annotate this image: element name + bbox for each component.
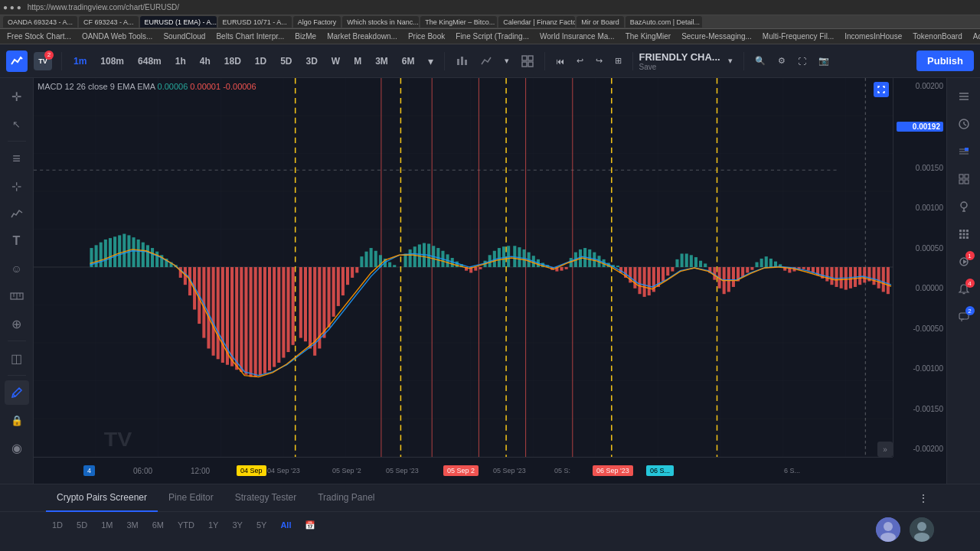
text-tool[interactable]: T bbox=[5, 229, 29, 253]
timeframe-5d[interactable]: 5D bbox=[275, 53, 297, 70]
price-alert-panel[interactable] bbox=[952, 139, 976, 164]
layout-icon[interactable] bbox=[517, 52, 538, 70]
undo-icon[interactable]: ↩ bbox=[572, 53, 588, 69]
bookmark-2[interactable]: OANDA Web Tools... bbox=[80, 32, 155, 41]
bookmark-13[interactable]: IncomesInHouse bbox=[842, 32, 904, 41]
layout-panel[interactable] bbox=[952, 167, 976, 191]
notifications-panel[interactable]: 4 bbox=[952, 277, 976, 302]
tab-trading-panel[interactable]: Trading Panel bbox=[307, 484, 385, 512]
save-label[interactable]: Save bbox=[639, 63, 657, 71]
measure-tool[interactable]: ⊹ bbox=[5, 174, 29, 198]
calendar-button[interactable]: 📅 bbox=[299, 518, 322, 533]
tab-strategy-tester[interactable]: Strategy Tester bbox=[224, 484, 307, 512]
timeframe-4h[interactable]: 4h bbox=[194, 53, 216, 70]
bookmark-7[interactable]: Price Book bbox=[406, 32, 447, 41]
browser-tab-6[interactable]: Which stocks in Nanc... bbox=[342, 16, 419, 28]
range-3y[interactable]: 3Y bbox=[226, 518, 248, 532]
watchlist-panel[interactable] bbox=[952, 84, 976, 109]
ideas-panel[interactable] bbox=[952, 194, 976, 219]
svg-rect-3 bbox=[522, 56, 527, 60]
fullscreen-layout-icon[interactable]: ⊞ bbox=[610, 53, 626, 69]
watchlist-tool[interactable]: ◫ bbox=[5, 346, 29, 370]
browser-tab-2[interactable]: CF 693243 - A... bbox=[79, 16, 139, 28]
browser-tab-7[interactable]: The KingMier – Bitco... bbox=[420, 16, 497, 28]
eye-tool[interactable]: ◉ bbox=[5, 435, 29, 460]
compare-icon[interactable] bbox=[475, 52, 497, 70]
tab-crypto-screener[interactable]: Crypto Pairs Screener bbox=[46, 484, 158, 512]
bookmark-8[interactable]: Fine Script (Trading... bbox=[453, 32, 531, 41]
keypad-panel[interactable] bbox=[952, 222, 976, 246]
chart-title-dropdown[interactable]: ▾ bbox=[724, 53, 737, 69]
replay-icon[interactable]: ⏮ bbox=[551, 54, 569, 69]
bar-chart-icon[interactable] bbox=[451, 52, 472, 70]
range-1m[interactable]: 1M bbox=[95, 518, 119, 532]
chart-canvas[interactable]: TV bbox=[34, 78, 893, 457]
range-1y[interactable]: 1Y bbox=[202, 518, 224, 532]
crosshair-tool[interactable]: ✛ bbox=[5, 84, 29, 109]
range-5y[interactable]: 5Y bbox=[250, 518, 273, 532]
chat-panel[interactable]: 2 bbox=[952, 305, 976, 329]
bookmark-12[interactable]: Multi-Frequency Fil... bbox=[760, 32, 836, 41]
indicators-tool[interactable] bbox=[5, 201, 29, 226]
browser-tab-10[interactable]: BazAuto.com | Detail... bbox=[626, 16, 702, 28]
bookmark-1[interactable]: Free Stock Chart... bbox=[5, 32, 74, 41]
bookmark-9[interactable]: World Insurance Ma... bbox=[537, 32, 617, 41]
timeframe-dropdown[interactable]: ▾ bbox=[423, 52, 438, 70]
bookmark-4[interactable]: Belts Chart Interpr... bbox=[214, 32, 286, 41]
ruler-tool[interactable] bbox=[5, 284, 29, 308]
range-all[interactable]: All bbox=[274, 518, 297, 532]
browser-tab-8[interactable]: Calendar | Finanz Facto... bbox=[498, 16, 575, 28]
bookmark-6[interactable]: Market Breakdown... bbox=[325, 32, 400, 41]
tradingview-logo[interactable] bbox=[6, 51, 28, 72]
bookmark-14[interactable]: TokenonBoard bbox=[910, 32, 965, 41]
timeframe-648m[interactable]: 648m bbox=[132, 53, 167, 70]
drawing-menu-tool[interactable]: ≡ bbox=[5, 146, 29, 171]
range-ytd[interactable]: YTD bbox=[172, 518, 201, 532]
timeframe-1h[interactable]: 1h bbox=[170, 53, 191, 70]
user-avatar-1[interactable] bbox=[876, 517, 900, 542]
search-icon[interactable]: 🔍 bbox=[750, 53, 770, 69]
timeframe-3d[interactable]: 3D bbox=[300, 53, 322, 70]
tab-pine-editor[interactable]: Pine Editor bbox=[158, 484, 224, 512]
bookmark-11[interactable]: Secure-Messaging... bbox=[679, 32, 754, 41]
lock-tool[interactable]: 🔒 bbox=[5, 408, 29, 432]
timeframe-1d[interactable]: 1D bbox=[250, 53, 272, 70]
camera-icon[interactable]: 📷 bbox=[814, 53, 834, 69]
browser-tab-3[interactable]: EURUSD (1 EMA) - A... bbox=[140, 16, 217, 28]
bookmark-3[interactable]: SoundCloud bbox=[161, 32, 207, 41]
drawing-active-tool[interactable] bbox=[5, 380, 29, 405]
redo-icon[interactable]: ↪ bbox=[591, 53, 607, 69]
timeframe-w[interactable]: W bbox=[326, 53, 345, 70]
timeframe-18d[interactable]: 18D bbox=[219, 53, 247, 70]
timeframe-6m[interactable]: 6M bbox=[397, 53, 420, 70]
more-options[interactable]: ⋮ bbox=[919, 493, 934, 504]
range-6m[interactable]: 6M bbox=[146, 518, 170, 532]
browser-tab-5[interactable]: Algo Factory bbox=[293, 16, 341, 28]
measure-range-tool[interactable]: ⊕ bbox=[5, 311, 29, 336]
emoji-tool[interactable]: ☺ bbox=[5, 256, 29, 281]
cursor-tool[interactable]: ↖ bbox=[5, 112, 29, 136]
timeframe-3m[interactable]: 3M bbox=[370, 53, 394, 70]
fullscreen-icon[interactable]: ⛶ bbox=[793, 54, 811, 69]
stream-panel[interactable]: 1 bbox=[952, 249, 976, 274]
timeframe-m[interactable]: M bbox=[348, 53, 367, 70]
browser-tab-4[interactable]: EURUSD 10/71 - A... bbox=[218, 16, 292, 28]
range-3m[interactable]: 3M bbox=[120, 518, 144, 532]
clock-panel[interactable] bbox=[952, 112, 976, 136]
publish-button[interactable]: Publish bbox=[916, 51, 974, 71]
chart-area[interactable]: MACD 12 26 close 9 EMA EMA 0.00006 0.000… bbox=[34, 78, 946, 484]
bookmark-10[interactable]: The KingMier bbox=[623, 32, 673, 41]
bookmark-15[interactable]: Addium (Begged C... bbox=[971, 32, 980, 41]
range-5d[interactable]: 5D bbox=[70, 518, 93, 532]
browser-tab-1[interactable]: OANDA 693243 - A... bbox=[3, 16, 77, 28]
browser-tab-9[interactable]: Mir or Board bbox=[577, 16, 624, 28]
bookmark-5[interactable]: BizMe bbox=[292, 32, 318, 41]
indicators-icon[interactable]: ▾ bbox=[500, 53, 514, 69]
expand-icon[interactable] bbox=[874, 82, 889, 97]
timeframe-108m[interactable]: 108m bbox=[95, 53, 129, 70]
range-1d[interactable]: 1D bbox=[46, 518, 69, 532]
user-avatar-2[interactable] bbox=[910, 517, 934, 542]
settings-icon[interactable]: ⚙ bbox=[773, 53, 790, 69]
scroll-arrow[interactable]: » bbox=[877, 442, 893, 457]
timeframe-1m[interactable]: 1m bbox=[68, 53, 92, 70]
